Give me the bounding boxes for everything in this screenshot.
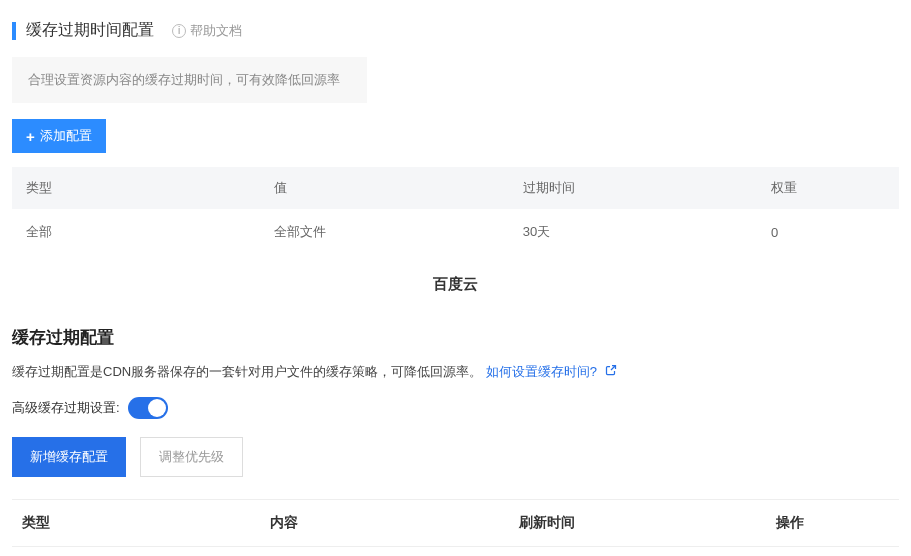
cell-type: 全部 bbox=[12, 209, 260, 255]
col-refresh: 刷新时间 bbox=[509, 500, 766, 547]
baidu-cache-table: 类型 值 过期时间 权重 全部 全部文件 30天 0 bbox=[12, 167, 899, 255]
cell-content: all bbox=[260, 547, 508, 557]
title-accent-bar bbox=[12, 22, 16, 40]
add-config-label: 添加配置 bbox=[40, 127, 92, 145]
baidu-cloud-section: 缓存过期时间配置 i 帮助文档 合理设置资源内容的缓存过期时间，可有效降低回源率… bbox=[0, 0, 911, 267]
col-value: 值 bbox=[260, 167, 508, 209]
section2-title: 缓存过期配置 bbox=[12, 326, 899, 349]
help-doc-link[interactable]: i 帮助文档 bbox=[172, 22, 242, 40]
advanced-toggle-row: 高级缓存过期设置: bbox=[12, 397, 899, 419]
col-expire: 过期时间 bbox=[509, 167, 757, 209]
cell-refresh: 2592000秒 bbox=[509, 547, 766, 557]
col-type: 类型 bbox=[12, 500, 260, 547]
col-weight: 权重 bbox=[757, 167, 899, 209]
info-banner: 合理设置资源内容的缓存过期时间，可有效降低回源率 bbox=[12, 57, 367, 103]
section1-title: 缓存过期时间配置 bbox=[26, 20, 154, 41]
caption-baidu: 百度云 bbox=[0, 267, 911, 318]
help-doc-label: 帮助文档 bbox=[190, 22, 242, 40]
new-cache-config-button[interactable]: 新增缓存配置 bbox=[12, 437, 126, 477]
table-header-row: 类型 值 过期时间 权重 bbox=[12, 167, 899, 209]
toggle-label: 高级缓存过期设置: bbox=[12, 399, 120, 417]
cell-value: 全部文件 bbox=[260, 209, 508, 255]
section2-description: 缓存过期配置是CDN服务器保存的一套针对用户文件的缓存策略，可降低回源率。 如何… bbox=[12, 363, 899, 381]
col-action: 操作 bbox=[766, 500, 899, 547]
plus-icon: + bbox=[26, 128, 35, 145]
col-content: 内容 bbox=[260, 500, 508, 547]
info-icon: i bbox=[172, 24, 186, 38]
col-type: 类型 bbox=[12, 167, 260, 209]
table-header-row: 类型 内容 刷新时间 操作 bbox=[12, 500, 899, 547]
section1-title-row: 缓存过期时间配置 i 帮助文档 bbox=[12, 20, 899, 41]
desc-text: 缓存过期配置是CDN服务器保存的一套针对用户文件的缓存策略，可降低回源率。 bbox=[12, 364, 482, 379]
table-row: 全部 全部文件 30天 0 bbox=[12, 209, 899, 255]
adjust-priority-button[interactable]: 调整优先级 bbox=[140, 437, 243, 477]
cell-type: 全部 bbox=[12, 547, 260, 557]
toggle-knob bbox=[148, 399, 166, 417]
external-link-icon bbox=[605, 364, 617, 379]
add-config-button[interactable]: + 添加配置 bbox=[12, 119, 106, 153]
cell-weight: 0 bbox=[757, 209, 899, 255]
how-to-link[interactable]: 如何设置缓存时间? bbox=[486, 364, 617, 379]
table-row: 全部 all 2592000秒 修改 bbox=[12, 547, 899, 557]
button-row: 新增缓存配置 调整优先级 bbox=[12, 437, 899, 477]
tencent-cache-table: 类型 内容 刷新时间 操作 全部 all 2592000秒 修改 bbox=[12, 499, 899, 556]
cell-expire: 30天 bbox=[509, 209, 757, 255]
advanced-cache-toggle[interactable] bbox=[128, 397, 168, 419]
tencent-cloud-section: 缓存过期配置 缓存过期配置是CDN服务器保存的一套针对用户文件的缓存策略，可降低… bbox=[0, 318, 911, 556]
how-to-link-label: 如何设置缓存时间? bbox=[486, 364, 597, 379]
